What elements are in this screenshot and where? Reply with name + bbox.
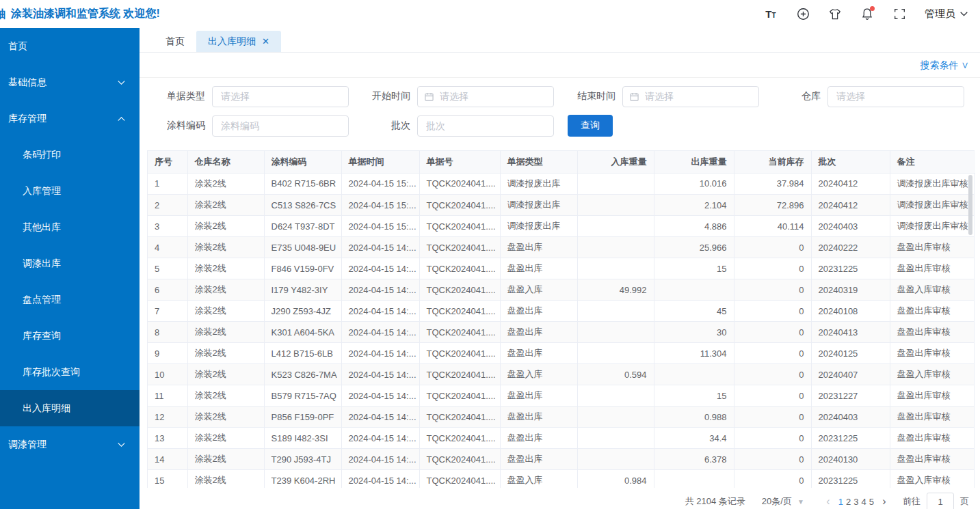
tab-inout-detail[interactable]: 出入库明细✕ xyxy=(196,31,281,52)
page-size-select[interactable]: 20条/页 ▼ xyxy=(762,495,804,508)
table-row[interactable]: 2涂装2线C513 S826-7CS2024-04-15 15:...TQCK2… xyxy=(148,195,974,216)
column-header-current-stock: 当前库存 xyxy=(734,151,811,173)
field-box-warehouse-select[interactable] xyxy=(827,86,964,107)
cell-in-weight xyxy=(577,237,654,258)
field-label: 仓库 xyxy=(766,90,827,102)
sidebar-item-barcode-print[interactable]: 条码打印 xyxy=(0,137,140,173)
goto-page-input[interactable] xyxy=(927,493,954,509)
table-row[interactable]: 5涂装2线F846 V159-0FV2024-04-15 14:...TQCK2… xyxy=(148,258,974,279)
cell-paint-code: B579 R715-7AQ xyxy=(264,385,341,407)
cell-warehouse: 涂装2线 xyxy=(187,174,264,195)
tab-close-icon[interactable]: ✕ xyxy=(262,37,269,46)
input-doc-type-select[interactable] xyxy=(220,90,341,102)
query-button[interactable]: 查询 xyxy=(568,115,613,137)
page-number-3[interactable]: 3 xyxy=(852,497,860,507)
cell-doc-type: 盘盈出库 xyxy=(500,258,577,279)
cell-batch: 20231227 xyxy=(811,385,890,407)
sidebar-item-home[interactable]: 首页 xyxy=(0,28,140,64)
table-row[interactable]: 12涂装2线P856 F159-0PF2024-04-15 14:...TQCK… xyxy=(148,407,974,428)
chevron-down-icon xyxy=(118,442,125,447)
column-header-doc-no: 单据号 xyxy=(419,151,500,173)
cell-seq: 1 xyxy=(148,174,187,195)
cell-doc-no: TQCK2024041.... xyxy=(419,301,500,322)
user-menu[interactable]: 管理员 xyxy=(925,8,968,20)
cell-current-stock: 0 xyxy=(734,301,811,322)
page-number-2[interactable]: 2 xyxy=(845,497,852,507)
cell-warehouse: 涂装2线 xyxy=(187,237,264,258)
cell-seq: 4 xyxy=(148,237,187,258)
sidebar-item-inout-detail[interactable]: 出入库明细 xyxy=(0,390,140,426)
sidebar-item-paint-mixing-mgmt[interactable]: 调漆管理 xyxy=(0,426,140,463)
cell-doc-type: 盘盈入库 xyxy=(500,470,577,488)
input-start-time-picker[interactable] xyxy=(438,90,546,102)
table-row[interactable]: 10涂装2线K523 C826-7MA2024-04-15 14:...TQCK… xyxy=(148,364,974,385)
cell-seq: 10 xyxy=(148,364,187,385)
cell-remark: 盘盈入库审核 xyxy=(890,470,974,488)
field-box-doc-type-select[interactable] xyxy=(212,86,349,107)
cell-warehouse: 涂装2线 xyxy=(187,343,264,364)
table-row[interactable]: 8涂装2线K301 A604-5KA2024-04-15 14:...TQCK2… xyxy=(148,322,974,343)
cell-doc-no: TQCK2024041.... xyxy=(419,470,500,488)
cell-doc-type: 盘盈入库 xyxy=(500,279,577,301)
page-number-4[interactable]: 4 xyxy=(860,497,868,507)
column-header-out-weight: 出库重量 xyxy=(654,151,734,173)
page-number-1[interactable]: 1 xyxy=(837,497,845,507)
sidebar-item-basic-info[interactable]: 基础信息 xyxy=(0,64,140,100)
sidebar-item-label: 库存查询 xyxy=(23,330,61,342)
input-paint-code-input[interactable] xyxy=(220,120,341,132)
field-box-end-time-picker[interactable] xyxy=(622,86,759,107)
table-row[interactable]: 13涂装2线S189 I482-3SI2024-04-15 14:...TQCK… xyxy=(148,428,974,449)
input-warehouse-select[interactable] xyxy=(835,90,957,102)
cell-doc-type: 盘盈出库 xyxy=(500,301,577,322)
field-box-paint-code-input[interactable] xyxy=(212,115,349,137)
table-row[interactable]: 11涂装2线B579 R715-7AQ2024-04-15 14:...TQCK… xyxy=(148,385,974,407)
table-row[interactable]: 4涂装2线E735 U048-9EU2024-04-15 14:...TQCK2… xyxy=(148,237,974,258)
table-row[interactable]: 6涂装2线I179 Y482-3IY2024-04-15 14:...TQCK2… xyxy=(148,279,974,301)
sidebar-item-inbound-mgmt[interactable]: 入库管理 xyxy=(0,173,140,209)
circle-plus-icon[interactable] xyxy=(796,8,810,21)
sidebar-item-label: 其他出库 xyxy=(23,221,61,234)
cell-doc-time: 2024-04-15 14:... xyxy=(341,279,419,301)
sidebar-item-inventory-query[interactable]: 库存查询 xyxy=(0,318,140,354)
search-conditions-toggle[interactable]: 搜索条件 ∨ xyxy=(920,59,969,70)
field-box-start-time-picker[interactable] xyxy=(417,86,554,107)
table-row[interactable]: 3涂装2线D624 T937-8DT2024-04-15 15:...TQCK2… xyxy=(148,216,974,237)
sidebar-item-paint-outbound[interactable]: 调漆出库 xyxy=(0,245,140,281)
field-box-batch-input[interactable] xyxy=(417,115,554,137)
table-row[interactable]: 9涂装2线L412 B715-6LB2024-04-15 14:...TQCK2… xyxy=(148,343,974,364)
goto-label: 前往 xyxy=(903,495,921,508)
cell-seq: 13 xyxy=(148,428,187,449)
table-row[interactable]: 7涂装2线J290 Z593-4JZ2024-04-15 14:...TQCK2… xyxy=(148,301,974,322)
font-size-icon[interactable]: TT xyxy=(764,8,778,21)
fullscreen-icon[interactable] xyxy=(892,8,906,21)
tab-home[interactable]: 首页 xyxy=(154,31,196,52)
page-number-5[interactable]: 5 xyxy=(868,497,875,507)
table-row[interactable]: 14涂装2线T290 J593-4TJ2024-04-15 14:...TQCK… xyxy=(148,449,974,470)
cell-in-weight xyxy=(577,216,654,237)
sidebar-item-stocktake-mgmt[interactable]: 盘点管理 xyxy=(0,281,140,318)
table-scrollbar[interactable] xyxy=(968,175,972,235)
cell-out-weight xyxy=(654,470,734,488)
sidebar-item-inventory-mgmt[interactable]: 库存管理 xyxy=(0,100,140,137)
table-row[interactable]: 15涂装2线T239 K604-2RH2024-04-15 14:...TQCK… xyxy=(148,470,974,488)
sidebar-item-other-outbound[interactable]: 其他出库 xyxy=(0,209,140,245)
cell-batch: 20240407 xyxy=(811,364,890,385)
input-end-time-picker[interactable] xyxy=(644,90,752,102)
sidebar-item-inventory-batch-query[interactable]: 库存批次查询 xyxy=(0,354,140,390)
search-field-start-time-picker: 开始时间 xyxy=(356,86,561,107)
cell-current-stock: 0 xyxy=(734,258,811,279)
search-field-batch-input: 批次 xyxy=(356,115,561,137)
prev-page-button[interactable]: ‹ xyxy=(819,495,837,508)
field-label: 开始时间 xyxy=(356,90,417,102)
cell-remark: 盘盈出库审核 xyxy=(890,301,974,322)
theme-shirt-icon[interactable] xyxy=(828,8,842,21)
input-batch-input[interactable] xyxy=(425,120,546,132)
cell-doc-type: 盘盈出库 xyxy=(500,449,577,470)
bell-icon[interactable] xyxy=(860,8,874,21)
cell-warehouse: 涂装2线 xyxy=(187,279,264,301)
cell-paint-code: J290 Z593-4JZ xyxy=(264,301,341,322)
table-row[interactable]: 1涂装2线B402 R715-6BR2024-04-15 15:...TQCK2… xyxy=(148,174,974,195)
cell-doc-type: 盘盈出库 xyxy=(500,428,577,449)
next-page-button[interactable]: › xyxy=(875,495,893,508)
section-divider xyxy=(140,77,980,78)
